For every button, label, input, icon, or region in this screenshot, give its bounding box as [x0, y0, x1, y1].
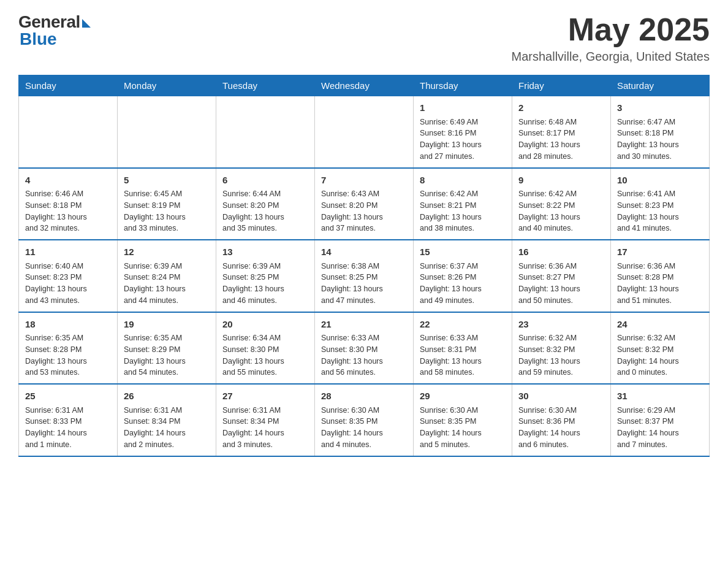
calendar-header-sunday: Sunday [19, 75, 118, 96]
day-info: Sunrise: 6:32 AM Sunset: 8:32 PM Dayligh… [518, 332, 604, 378]
day-info: Sunrise: 6:49 AM Sunset: 8:16 PM Dayligh… [420, 117, 506, 163]
day-info: Sunrise: 6:33 AM Sunset: 8:31 PM Dayligh… [420, 332, 506, 378]
day-number: 4 [25, 174, 111, 188]
day-info: Sunrise: 6:35 AM Sunset: 8:28 PM Dayligh… [25, 332, 111, 378]
day-number: 9 [518, 174, 604, 188]
calendar-week-row: 1Sunrise: 6:49 AM Sunset: 8:16 PM Daylig… [19, 96, 710, 168]
day-number: 19 [124, 318, 210, 332]
calendar-header-tuesday: Tuesday [216, 75, 315, 96]
calendar-header-monday: Monday [118, 75, 216, 96]
calendar-cell: 2Sunrise: 6:48 AM Sunset: 8:17 PM Daylig… [512, 96, 611, 168]
day-info: Sunrise: 6:39 AM Sunset: 8:24 PM Dayligh… [124, 261, 210, 307]
calendar-cell: 4Sunrise: 6:46 AM Sunset: 8:18 PM Daylig… [19, 168, 118, 240]
logo-blue-text: Blue [18, 29, 57, 49]
calendar-cell [216, 96, 315, 168]
day-number: 17 [617, 245, 703, 259]
calendar-cell [118, 96, 216, 168]
calendar-cell: 11Sunrise: 6:40 AM Sunset: 8:23 PM Dayli… [19, 240, 118, 312]
calendar-cell: 3Sunrise: 6:47 AM Sunset: 8:18 PM Daylig… [611, 96, 710, 168]
calendar-cell: 14Sunrise: 6:38 AM Sunset: 8:25 PM Dayli… [315, 240, 414, 312]
calendar-header-friday: Friday [512, 75, 611, 96]
location-subtitle: Marshallville, Georgia, United States [512, 50, 710, 64]
day-number: 16 [518, 245, 604, 259]
calendar-cell: 5Sunrise: 6:45 AM Sunset: 8:19 PM Daylig… [118, 168, 216, 240]
day-number: 22 [420, 318, 506, 332]
day-number: 27 [222, 389, 308, 404]
calendar-week-row: 4Sunrise: 6:46 AM Sunset: 8:18 PM Daylig… [19, 168, 710, 240]
day-number: 3 [617, 101, 703, 115]
day-info: Sunrise: 6:46 AM Sunset: 8:18 PM Dayligh… [25, 188, 111, 234]
day-number: 1 [420, 101, 506, 115]
day-info: Sunrise: 6:37 AM Sunset: 8:26 PM Dayligh… [420, 261, 506, 307]
day-number: 6 [222, 174, 308, 188]
calendar-week-row: 18Sunrise: 6:35 AM Sunset: 8:28 PM Dayli… [19, 312, 710, 385]
page-header: General Blue May 2025 Marshallville, Geo… [18, 12, 710, 64]
calendar-cell: 27Sunrise: 6:31 AM Sunset: 8:34 PM Dayli… [216, 384, 315, 456]
day-info: Sunrise: 6:39 AM Sunset: 8:25 PM Dayligh… [222, 261, 308, 307]
day-info: Sunrise: 6:31 AM Sunset: 8:33 PM Dayligh… [25, 405, 111, 451]
calendar-cell: 7Sunrise: 6:43 AM Sunset: 8:20 PM Daylig… [315, 168, 414, 240]
day-info: Sunrise: 6:36 AM Sunset: 8:28 PM Dayligh… [617, 261, 703, 307]
calendar-cell: 9Sunrise: 6:42 AM Sunset: 8:22 PM Daylig… [512, 168, 611, 240]
day-number: 25 [25, 389, 111, 404]
calendar-cell: 29Sunrise: 6:30 AM Sunset: 8:35 PM Dayli… [414, 384, 512, 456]
calendar-cell: 21Sunrise: 6:33 AM Sunset: 8:30 PM Dayli… [315, 312, 414, 385]
day-number: 28 [321, 389, 407, 404]
calendar-cell: 22Sunrise: 6:33 AM Sunset: 8:31 PM Dayli… [414, 312, 512, 385]
day-info: Sunrise: 6:35 AM Sunset: 8:29 PM Dayligh… [124, 332, 210, 378]
calendar-header-saturday: Saturday [611, 75, 710, 96]
day-number: 18 [25, 318, 111, 332]
day-info: Sunrise: 6:41 AM Sunset: 8:23 PM Dayligh… [617, 188, 703, 234]
day-number: 13 [222, 245, 308, 259]
day-info: Sunrise: 6:47 AM Sunset: 8:18 PM Dayligh… [617, 117, 703, 163]
day-info: Sunrise: 6:29 AM Sunset: 8:37 PM Dayligh… [617, 405, 703, 451]
calendar-cell: 13Sunrise: 6:39 AM Sunset: 8:25 PM Dayli… [216, 240, 315, 312]
logo-arrow-icon [82, 19, 91, 28]
day-info: Sunrise: 6:44 AM Sunset: 8:20 PM Dayligh… [222, 188, 308, 234]
day-info: Sunrise: 6:48 AM Sunset: 8:17 PM Dayligh… [518, 117, 604, 163]
day-info: Sunrise: 6:30 AM Sunset: 8:35 PM Dayligh… [321, 405, 407, 451]
calendar-cell: 24Sunrise: 6:32 AM Sunset: 8:32 PM Dayli… [611, 312, 710, 385]
calendar-cell: 8Sunrise: 6:42 AM Sunset: 8:21 PM Daylig… [414, 168, 512, 240]
day-info: Sunrise: 6:42 AM Sunset: 8:22 PM Dayligh… [518, 188, 604, 234]
day-number: 5 [124, 174, 210, 188]
calendar-header-thursday: Thursday [414, 75, 512, 96]
calendar-cell: 26Sunrise: 6:31 AM Sunset: 8:34 PM Dayli… [118, 384, 216, 456]
day-info: Sunrise: 6:45 AM Sunset: 8:19 PM Dayligh… [124, 188, 210, 234]
day-info: Sunrise: 6:30 AM Sunset: 8:35 PM Dayligh… [420, 405, 506, 451]
calendar-cell: 12Sunrise: 6:39 AM Sunset: 8:24 PM Dayli… [118, 240, 216, 312]
calendar-week-row: 11Sunrise: 6:40 AM Sunset: 8:23 PM Dayli… [19, 240, 710, 312]
day-number: 15 [420, 245, 506, 259]
day-number: 21 [321, 318, 407, 332]
calendar-cell: 19Sunrise: 6:35 AM Sunset: 8:29 PM Dayli… [118, 312, 216, 385]
calendar-cell: 18Sunrise: 6:35 AM Sunset: 8:28 PM Dayli… [19, 312, 118, 385]
day-number: 8 [420, 174, 506, 188]
calendar-table: SundayMondayTuesdayWednesdayThursdayFrid… [18, 75, 710, 457]
day-number: 14 [321, 245, 407, 259]
day-number: 29 [420, 389, 506, 404]
calendar-header-row: SundayMondayTuesdayWednesdayThursdayFrid… [19, 75, 710, 96]
day-number: 10 [617, 174, 703, 188]
day-info: Sunrise: 6:30 AM Sunset: 8:36 PM Dayligh… [518, 405, 604, 451]
day-number: 7 [321, 174, 407, 188]
calendar-cell: 31Sunrise: 6:29 AM Sunset: 8:37 PM Dayli… [611, 384, 710, 456]
day-number: 31 [617, 389, 703, 404]
day-info: Sunrise: 6:42 AM Sunset: 8:21 PM Dayligh… [420, 188, 506, 234]
calendar-week-row: 25Sunrise: 6:31 AM Sunset: 8:33 PM Dayli… [19, 384, 710, 456]
day-info: Sunrise: 6:36 AM Sunset: 8:27 PM Dayligh… [518, 261, 604, 307]
day-number: 2 [518, 101, 604, 115]
day-info: Sunrise: 6:34 AM Sunset: 8:30 PM Dayligh… [222, 332, 308, 378]
calendar-cell: 30Sunrise: 6:30 AM Sunset: 8:36 PM Dayli… [512, 384, 611, 456]
day-number: 26 [124, 389, 210, 404]
calendar-cell: 20Sunrise: 6:34 AM Sunset: 8:30 PM Dayli… [216, 312, 315, 385]
day-number: 30 [518, 389, 604, 404]
day-number: 24 [617, 318, 703, 332]
day-number: 12 [124, 245, 210, 259]
calendar-header-wednesday: Wednesday [315, 75, 414, 96]
day-info: Sunrise: 6:33 AM Sunset: 8:30 PM Dayligh… [321, 332, 407, 378]
calendar-cell: 6Sunrise: 6:44 AM Sunset: 8:20 PM Daylig… [216, 168, 315, 240]
day-number: 20 [222, 318, 308, 332]
calendar-cell [19, 96, 118, 168]
calendar-cell [315, 96, 414, 168]
logo: General Blue [18, 12, 91, 49]
